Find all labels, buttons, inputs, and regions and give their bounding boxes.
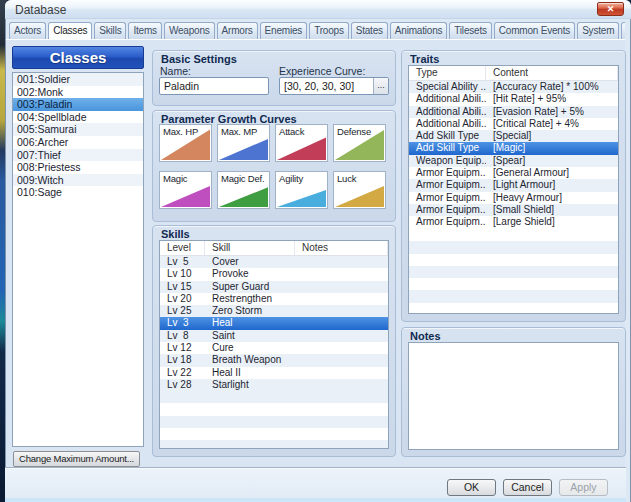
skills-col-skill[interactable]: Skill (205, 241, 295, 255)
class-list[interactable]: 001:Soldier 002:Monk 003:Paladin 004:Spe… (12, 72, 144, 447)
class-list-item[interactable]: 010:Sage (13, 186, 143, 199)
experience-curve-more-button[interactable]: ... (373, 78, 388, 94)
traits-col-type[interactable]: Type (409, 66, 486, 80)
close-button[interactable]: ✕ (597, 2, 624, 16)
trait-type: Additional Abili... (409, 118, 486, 130)
tab-label: Weapons (169, 25, 210, 36)
skill-name: Breath Weapon (205, 354, 295, 366)
traits-row[interactable]: Armor Equipm... [Small Shield] (409, 204, 618, 216)
traits-row[interactable]: Armor Equipm... [General Armour] (409, 167, 618, 179)
skills-row[interactable]: Lv 25 Zero Storm (160, 305, 388, 317)
traits-table[interactable]: Type Content Special Ability ... [Accura… (408, 65, 619, 314)
experience-curve-field[interactable]: [30, 20, 30, 30] ... (279, 77, 389, 95)
growth-tile[interactable]: Magic (159, 171, 212, 209)
class-list-item[interactable]: 002:Monk (13, 86, 143, 99)
change-maximum-amount-button[interactable]: Change Maximum Amount... (13, 451, 140, 467)
class-list-item[interactable]: 003:Paladin (13, 98, 143, 111)
skills-table[interactable]: Level Skill Notes Lv 5 Cover Lv 10 Provo… (159, 240, 389, 449)
ok-button[interactable]: OK (447, 479, 496, 496)
skill-level: Lv 22 (160, 367, 205, 379)
traits-row[interactable]: Additional Abili... [Hit Rate] + 95% (409, 93, 618, 105)
tab[interactable]: Terms (621, 22, 625, 39)
tab[interactable]: Tilesets (449, 22, 491, 39)
traits-row[interactable]: Weapon Equip... [Spear] (409, 155, 618, 167)
traits-row[interactable]: Add Skill Type [Special] (409, 130, 618, 142)
growth-tile[interactable]: Max. MP (217, 124, 270, 162)
skills-row[interactable]: Lv 8 Saint (160, 330, 388, 342)
tab[interactable]: Armors (217, 22, 258, 39)
skill-name: Zero Storm (205, 305, 295, 317)
tab[interactable]: Common Events (494, 22, 575, 39)
trait-type: Additional Abili... (409, 106, 486, 118)
tab-label: Common Events (499, 25, 570, 36)
traits-row[interactable]: Special Ability ... [Accuracy Rate] * 10… (409, 81, 618, 93)
skills-col-level[interactable]: Level (160, 241, 205, 255)
skills-row[interactable]: Lv 20 Restrengthen (160, 293, 388, 305)
title-bar[interactable]: Database ✕ (5, 0, 631, 19)
trait-type: Armor Equipm... (409, 167, 486, 179)
notes-textarea[interactable] (408, 342, 619, 450)
growth-tile[interactable]: Attack (275, 124, 328, 162)
growth-tile-label: Magic (163, 173, 187, 184)
trait-type: Armor Equipm... (409, 216, 486, 228)
skills-table-header[interactable]: Level Skill Notes (160, 241, 388, 256)
tab[interactable]: Enemies (260, 22, 308, 39)
growth-tile[interactable]: Magic Def. (217, 171, 270, 209)
trait-content: [Accuracy Rate] * 100% (486, 81, 618, 93)
tab[interactable]: States (351, 22, 388, 39)
skill-name: Saint (205, 330, 295, 342)
traits-col-content[interactable]: Content (486, 66, 618, 80)
skills-row[interactable]: Lv 5 Cover (160, 256, 388, 268)
skill-notes (295, 268, 388, 280)
class-list-item[interactable]: 007:Thief (13, 149, 143, 162)
tab[interactable]: Classes (48, 22, 92, 39)
growth-tile[interactable]: Agility (275, 171, 328, 209)
traits-row[interactable]: Armor Equipm... [Large Shield] (409, 216, 618, 228)
cancel-button[interactable]: Cancel (503, 479, 552, 496)
skills-row[interactable]: Lv 22 Heal II (160, 367, 388, 379)
notes-group: Notes (401, 327, 626, 457)
tab-label: Tilesets (454, 25, 486, 36)
growth-tile[interactable]: Defense (333, 124, 386, 162)
skills-col-notes[interactable]: Notes (295, 241, 388, 255)
tab-label: Enemies (265, 25, 303, 36)
tab[interactable]: Items (128, 22, 161, 39)
class-list-item[interactable]: 005:Samurai (13, 123, 143, 136)
tab[interactable]: Animations (390, 22, 447, 39)
skills-row[interactable]: Lv 3 Heal (160, 317, 388, 329)
skill-level: Lv 25 (160, 305, 205, 317)
traits-row[interactable]: Additional Abili... [Evasion Rate] + 5% (409, 106, 618, 118)
skill-notes (295, 367, 388, 379)
traits-row[interactable]: Armor Equipm... [Light Armour] (409, 179, 618, 191)
class-list-item[interactable]: 001:Soldier (13, 73, 143, 86)
skill-level: Lv 28 (160, 379, 205, 391)
skills-row[interactable]: Lv 28 Starlight (160, 379, 388, 391)
trait-content: [Spear] (486, 155, 618, 167)
traits-row[interactable]: Additional Abili... [Critical Rate] + 4% (409, 118, 618, 130)
tab-label: System (582, 25, 614, 36)
name-input[interactable] (159, 77, 269, 95)
traits-row[interactable]: Add Skill Type [Magic] (409, 142, 618, 154)
skills-row[interactable]: Lv 15 Super Guard (160, 281, 388, 293)
tab[interactable]: Troops (309, 22, 349, 39)
tab[interactable]: System (577, 22, 619, 39)
traits-title: Traits (410, 53, 439, 65)
skill-notes (295, 256, 388, 268)
growth-tile[interactable]: Luck (333, 171, 386, 209)
traits-table-header[interactable]: Type Content (409, 66, 618, 81)
class-list-item[interactable]: 006:Archer (13, 136, 143, 149)
tab[interactable]: Skills (94, 22, 126, 39)
traits-row[interactable]: Armor Equipm... [Heavy Armour] (409, 192, 618, 204)
tab[interactable]: Actors (9, 22, 46, 39)
skills-row[interactable]: Lv 18 Breath Weapon (160, 354, 388, 366)
tab[interactable]: Weapons (164, 22, 215, 39)
skills-row[interactable]: Lv 12 Cure (160, 342, 388, 354)
class-list-item[interactable]: 004:Spellblade (13, 111, 143, 124)
skill-level: Lv 12 (160, 342, 205, 354)
growth-tile-label: Attack (279, 126, 304, 137)
class-list-item[interactable]: 008:Priestess (13, 161, 143, 174)
apply-button[interactable]: Apply (559, 479, 608, 496)
class-list-item[interactable]: 009:Witch (13, 174, 143, 187)
skills-row[interactable]: Lv 10 Provoke (160, 268, 388, 280)
growth-tile[interactable]: Max. HP (159, 124, 212, 162)
